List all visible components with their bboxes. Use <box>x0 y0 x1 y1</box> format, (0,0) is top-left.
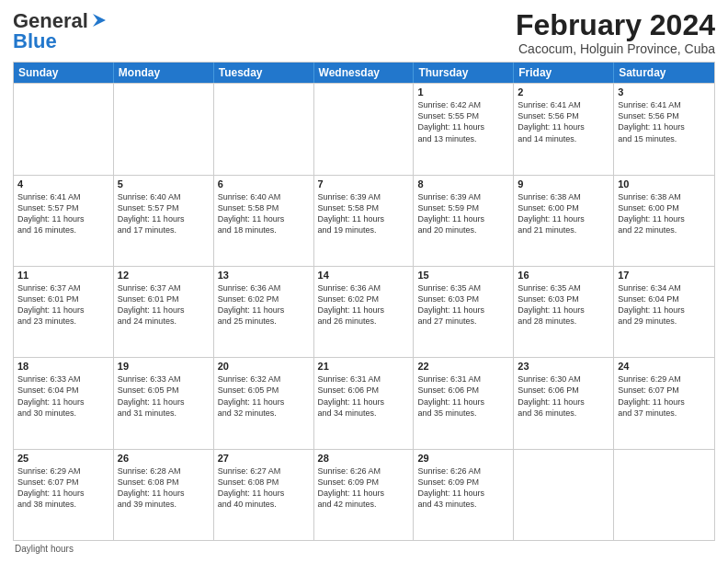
calendar-cell <box>214 84 314 174</box>
calendar-cell: 19Sunrise: 6:33 AM Sunset: 6:05 PM Dayli… <box>114 358 214 448</box>
cell-info: Sunrise: 6:40 AM Sunset: 5:58 PM Dayligh… <box>218 191 310 236</box>
weekday-header: Tuesday <box>214 63 314 83</box>
calendar-title: February 2024 <box>516 9 715 41</box>
header: General Blue February 2024 Cacocum, Holg… <box>13 9 715 56</box>
day-number: 23 <box>518 361 609 372</box>
day-number: 22 <box>417 361 509 372</box>
calendar-cell: 14Sunrise: 6:36 AM Sunset: 6:02 PM Dayli… <box>314 267 415 357</box>
calendar-cell: 25Sunrise: 6:29 AM Sunset: 6:07 PM Dayli… <box>14 450 114 540</box>
day-number: 10 <box>618 178 711 190</box>
cell-info: Sunrise: 6:41 AM Sunset: 5:56 PM Dayligh… <box>518 99 609 144</box>
day-number: 12 <box>118 270 210 281</box>
cell-info: Sunrise: 6:38 AM Sunset: 6:00 PM Dayligh… <box>518 191 609 236</box>
day-number: 3 <box>618 86 711 98</box>
calendar-cell: 11Sunrise: 6:37 AM Sunset: 6:01 PM Dayli… <box>14 267 114 357</box>
day-number: 15 <box>417 270 509 281</box>
calendar-cell: 23Sunrise: 6:30 AM Sunset: 6:06 PM Dayli… <box>514 358 614 448</box>
calendar-cell: 8Sunrise: 6:39 AM Sunset: 5:59 PM Daylig… <box>414 176 514 266</box>
weekday-header: Saturday <box>614 63 714 83</box>
day-number: 2 <box>518 86 609 98</box>
calendar-cell: 20Sunrise: 6:32 AM Sunset: 6:05 PM Dayli… <box>214 358 314 448</box>
cell-info: Sunrise: 6:26 AM Sunset: 6:09 PM Dayligh… <box>318 465 410 511</box>
calendar-header: SundayMondayTuesdayWednesdayThursdayFrid… <box>14 63 714 83</box>
calendar-cell: 7Sunrise: 6:39 AM Sunset: 5:58 PM Daylig… <box>314 176 415 266</box>
calendar-cell: 15Sunrise: 6:35 AM Sunset: 6:03 PM Dayli… <box>414 267 514 357</box>
calendar-row: 1Sunrise: 6:42 AM Sunset: 5:55 PM Daylig… <box>14 83 714 174</box>
cell-info: Sunrise: 6:36 AM Sunset: 6:02 PM Dayligh… <box>218 282 310 327</box>
weekday-header: Monday <box>114 63 214 83</box>
day-number: 29 <box>417 453 509 464</box>
logo: General Blue <box>13 9 109 53</box>
calendar-cell: 3Sunrise: 6:41 AM Sunset: 5:56 PM Daylig… <box>614 84 714 174</box>
calendar-cell: 16Sunrise: 6:35 AM Sunset: 6:03 PM Dayli… <box>514 267 614 357</box>
calendar-cell: 5Sunrise: 6:40 AM Sunset: 5:57 PM Daylig… <box>114 176 214 266</box>
cell-info: Sunrise: 6:29 AM Sunset: 6:07 PM Dayligh… <box>618 373 711 419</box>
cell-info: Sunrise: 6:31 AM Sunset: 6:06 PM Dayligh… <box>318 373 410 419</box>
day-number: 21 <box>318 361 410 372</box>
svg-marker-0 <box>93 14 106 27</box>
calendar-cell: 9Sunrise: 6:38 AM Sunset: 6:00 PM Daylig… <box>514 176 614 266</box>
calendar-cell: 4Sunrise: 6:41 AM Sunset: 5:57 PM Daylig… <box>14 176 114 266</box>
calendar-cell <box>514 450 614 540</box>
cell-info: Sunrise: 6:35 AM Sunset: 6:03 PM Dayligh… <box>518 282 609 327</box>
day-number: 11 <box>17 270 109 281</box>
logo-arrow-icon <box>89 10 109 30</box>
cell-info: Sunrise: 6:37 AM Sunset: 6:01 PM Dayligh… <box>118 282 210 327</box>
calendar-cell: 26Sunrise: 6:28 AM Sunset: 6:08 PM Dayli… <box>114 450 214 540</box>
calendar-cell: 13Sunrise: 6:36 AM Sunset: 6:02 PM Dayli… <box>214 267 314 357</box>
day-number: 13 <box>218 270 310 281</box>
calendar-cell: 24Sunrise: 6:29 AM Sunset: 6:07 PM Dayli… <box>614 358 714 448</box>
cell-info: Sunrise: 6:29 AM Sunset: 6:07 PM Dayligh… <box>17 465 109 511</box>
day-number: 25 <box>17 453 109 464</box>
calendar-cell: 17Sunrise: 6:34 AM Sunset: 6:04 PM Dayli… <box>614 267 714 357</box>
cell-info: Sunrise: 6:36 AM Sunset: 6:02 PM Dayligh… <box>318 282 410 327</box>
cell-info: Sunrise: 6:27 AM Sunset: 6:08 PM Dayligh… <box>218 465 310 511</box>
cell-info: Sunrise: 6:30 AM Sunset: 6:06 PM Dayligh… <box>518 373 609 419</box>
calendar-cell: 28Sunrise: 6:26 AM Sunset: 6:09 PM Dayli… <box>314 450 415 540</box>
cell-info: Sunrise: 6:28 AM Sunset: 6:08 PM Dayligh… <box>118 465 210 511</box>
calendar-row: 11Sunrise: 6:37 AM Sunset: 6:01 PM Dayli… <box>14 266 714 357</box>
cell-info: Sunrise: 6:41 AM Sunset: 5:56 PM Dayligh… <box>618 99 711 144</box>
footer-note: Daylight hours <box>13 544 715 554</box>
calendar-cell: 12Sunrise: 6:37 AM Sunset: 6:01 PM Dayli… <box>114 267 214 357</box>
cell-info: Sunrise: 6:39 AM Sunset: 5:58 PM Dayligh… <box>318 191 410 236</box>
cell-info: Sunrise: 6:40 AM Sunset: 5:57 PM Dayligh… <box>118 191 210 236</box>
cell-info: Sunrise: 6:38 AM Sunset: 6:00 PM Dayligh… <box>618 191 711 236</box>
calendar: SundayMondayTuesdayWednesdayThursdayFrid… <box>13 62 715 541</box>
calendar-cell: 18Sunrise: 6:33 AM Sunset: 6:04 PM Dayli… <box>14 358 114 448</box>
day-number: 8 <box>417 178 509 190</box>
cell-info: Sunrise: 6:42 AM Sunset: 5:55 PM Dayligh… <box>417 99 509 144</box>
calendar-cell <box>14 84 114 174</box>
title-block: February 2024 Cacocum, Holguin Province,… <box>516 9 715 56</box>
day-number: 26 <box>118 453 210 464</box>
cell-info: Sunrise: 6:31 AM Sunset: 6:06 PM Dayligh… <box>417 373 509 419</box>
logo-blue: Blue <box>13 29 57 53</box>
cell-info: Sunrise: 6:41 AM Sunset: 5:57 PM Dayligh… <box>17 191 109 236</box>
calendar-body: 1Sunrise: 6:42 AM Sunset: 5:55 PM Daylig… <box>14 83 714 540</box>
cell-info: Sunrise: 6:33 AM Sunset: 6:04 PM Dayligh… <box>17 373 109 419</box>
day-number: 4 <box>17 178 109 190</box>
calendar-cell <box>614 450 714 540</box>
calendar-cell: 6Sunrise: 6:40 AM Sunset: 5:58 PM Daylig… <box>214 176 314 266</box>
cell-info: Sunrise: 6:34 AM Sunset: 6:04 PM Dayligh… <box>618 282 711 327</box>
cell-info: Sunrise: 6:33 AM Sunset: 6:05 PM Dayligh… <box>118 373 210 419</box>
day-number: 24 <box>618 361 711 372</box>
calendar-cell: 29Sunrise: 6:26 AM Sunset: 6:09 PM Dayli… <box>414 450 514 540</box>
calendar-cell <box>314 84 415 174</box>
day-number: 18 <box>17 361 109 372</box>
cell-info: Sunrise: 6:32 AM Sunset: 6:05 PM Dayligh… <box>218 373 310 419</box>
calendar-cell: 2Sunrise: 6:41 AM Sunset: 5:56 PM Daylig… <box>514 84 614 174</box>
weekday-header: Friday <box>514 63 614 83</box>
day-number: 20 <box>218 361 310 372</box>
day-number: 7 <box>318 178 410 190</box>
calendar-row: 4Sunrise: 6:41 AM Sunset: 5:57 PM Daylig… <box>14 175 714 266</box>
calendar-cell: 21Sunrise: 6:31 AM Sunset: 6:06 PM Dayli… <box>314 358 415 448</box>
weekday-header: Thursday <box>414 63 514 83</box>
calendar-row: 25Sunrise: 6:29 AM Sunset: 6:07 PM Dayli… <box>14 449 714 540</box>
day-number: 17 <box>618 270 711 281</box>
day-number: 28 <box>318 453 410 464</box>
day-number: 6 <box>218 178 310 190</box>
calendar-cell: 22Sunrise: 6:31 AM Sunset: 6:06 PM Dayli… <box>414 358 514 448</box>
calendar-row: 18Sunrise: 6:33 AM Sunset: 6:04 PM Dayli… <box>14 357 714 448</box>
cell-info: Sunrise: 6:37 AM Sunset: 6:01 PM Dayligh… <box>17 282 109 327</box>
